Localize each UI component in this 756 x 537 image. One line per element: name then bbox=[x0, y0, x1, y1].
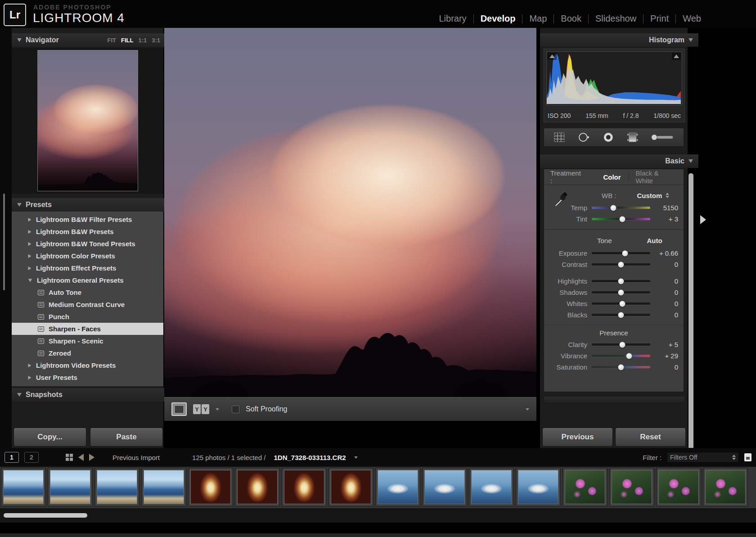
zoom-fit-option[interactable]: FIT bbox=[107, 37, 116, 44]
thumbnail-beach-4[interactable] bbox=[141, 468, 186, 506]
thumbnail-boat-1[interactable] bbox=[375, 468, 420, 506]
module-book[interactable]: Book bbox=[561, 14, 581, 24]
red-eye-icon[interactable] bbox=[602, 131, 615, 143]
preset-medium-contrast-curve[interactable]: Medium Contrast Curve bbox=[12, 298, 163, 311]
module-web[interactable]: Web bbox=[683, 14, 701, 24]
histogram-plot[interactable] bbox=[546, 51, 682, 105]
filename-dropdown-icon[interactable] bbox=[354, 456, 358, 459]
contrast-slider-handle[interactable] bbox=[618, 262, 624, 267]
thumbnail-boat-4[interactable] bbox=[516, 468, 561, 506]
preset-sharpen-faces[interactable]: Sharpen - Faces bbox=[12, 323, 163, 335]
main-photo-canvas[interactable] bbox=[164, 28, 536, 397]
thumbnail-flower-2[interactable] bbox=[609, 468, 654, 506]
exposure-slider[interactable] bbox=[592, 252, 650, 254]
exposure-slider-handle[interactable] bbox=[622, 250, 628, 256]
thumbnail-flower-4[interactable] bbox=[703, 468, 748, 506]
navigator-preview-image[interactable] bbox=[37, 50, 138, 191]
filmstrip-scroll-track[interactable] bbox=[0, 508, 756, 523]
filmstrip-source[interactable]: Previous Import bbox=[112, 454, 160, 461]
preset-group-bw-filter[interactable]: Lightroom B&W Filter Presets bbox=[12, 213, 163, 226]
contrast-slider[interactable] bbox=[592, 263, 650, 266]
vibrance-slider[interactable] bbox=[592, 355, 650, 357]
thumbnail-beach-2[interactable] bbox=[48, 468, 93, 506]
thumbnail-portrait-3[interactable] bbox=[282, 468, 327, 506]
preset-group-user[interactable]: User Presets bbox=[12, 371, 163, 384]
before-after-view-button[interactable]: Y Y bbox=[193, 404, 209, 414]
highlights-slider-handle[interactable] bbox=[618, 278, 624, 284]
loupe-view-button[interactable] bbox=[171, 402, 187, 416]
auto-tone-button[interactable]: Auto bbox=[647, 237, 662, 244]
wb-mode-dropdown[interactable]: Custom bbox=[637, 192, 662, 199]
preset-sharpen-scenic[interactable]: Sharpen - Scenic bbox=[12, 335, 163, 347]
preset-group-video[interactable]: Lightroom Video Presets bbox=[12, 359, 163, 371]
highlights-slider[interactable] bbox=[592, 280, 650, 282]
module-map[interactable]: Map bbox=[529, 14, 547, 24]
module-print[interactable]: Print bbox=[650, 14, 669, 24]
next-photo-arrow-icon[interactable] bbox=[89, 454, 94, 461]
module-library[interactable]: Library bbox=[439, 14, 466, 24]
filter-dropdown[interactable]: Filters Off bbox=[667, 452, 739, 463]
temp-slider-handle[interactable] bbox=[611, 205, 616, 211]
paste-button[interactable]: Paste bbox=[90, 428, 163, 447]
blacks-slider-handle[interactable] bbox=[618, 312, 624, 318]
primary-window-button[interactable]: 1 bbox=[4, 452, 19, 463]
clarity-slider-handle[interactable] bbox=[619, 342, 625, 347]
tint-slider-handle[interactable] bbox=[619, 216, 625, 222]
zoom-fill-option[interactable]: FILL bbox=[121, 37, 133, 44]
blacks-slider[interactable] bbox=[592, 314, 650, 316]
thumbnail-portrait-4[interactable] bbox=[328, 468, 374, 506]
shadows-slider[interactable] bbox=[592, 291, 650, 293]
whites-slider[interactable] bbox=[592, 302, 650, 305]
graduated-filter-icon[interactable] bbox=[626, 131, 639, 143]
preset-zeroed[interactable]: Zeroed bbox=[12, 347, 163, 359]
zoom-3-1-option[interactable]: 3:1 bbox=[152, 37, 160, 44]
temp-slider[interactable] bbox=[592, 207, 650, 209]
thumbnail-flower-1[interactable] bbox=[562, 468, 608, 506]
basic-panel-header[interactable]: Basic bbox=[540, 154, 698, 168]
preset-punch[interactable]: Punch bbox=[12, 311, 163, 323]
copy-button[interactable]: Copy... bbox=[14, 428, 86, 447]
selected-filename[interactable]: 1DN_7328-033113.CR2 bbox=[274, 454, 346, 461]
whites-slider-handle[interactable] bbox=[619, 301, 625, 307]
treatment-color-option[interactable]: Color bbox=[603, 173, 621, 181]
preset-auto-tone[interactable]: Auto Tone bbox=[12, 286, 163, 298]
thumbnail-flower-3[interactable] bbox=[656, 468, 701, 506]
spot-removal-icon[interactable] bbox=[577, 131, 591, 143]
adjustment-brush-icon[interactable] bbox=[651, 131, 675, 143]
wb-stepper-icon[interactable] bbox=[666, 193, 669, 198]
thumbnail-beach-1[interactable] bbox=[1, 468, 46, 506]
presets-panel-header[interactable]: Presets + bbox=[12, 198, 174, 212]
shadows-slider-handle[interactable] bbox=[618, 289, 624, 295]
thumbnail-beach-3[interactable] bbox=[94, 468, 140, 506]
preset-group-bw-toned[interactable]: Lightroom B&W Toned Presets bbox=[12, 238, 163, 250]
view-mode-dropdown-icon[interactable] bbox=[216, 408, 219, 411]
module-slideshow[interactable]: Slideshow bbox=[595, 14, 636, 24]
thumbnail-boat-3[interactable] bbox=[469, 468, 514, 506]
grid-view-icon[interactable] bbox=[66, 454, 73, 461]
histogram-panel-header[interactable]: Histogram bbox=[540, 33, 698, 47]
clarity-slider[interactable] bbox=[592, 343, 650, 346]
left-panel-scrollbar[interactable] bbox=[3, 194, 5, 290]
saturation-slider[interactable] bbox=[592, 366, 650, 368]
tint-slider[interactable] bbox=[592, 218, 650, 220]
snapshots-panel-header[interactable]: Snapshots + bbox=[12, 388, 174, 402]
module-develop[interactable]: Develop bbox=[481, 14, 516, 24]
thumbnail-boat-2[interactable] bbox=[422, 468, 467, 506]
preset-group-color[interactable]: Lightroom Color Presets bbox=[12, 250, 163, 262]
white-balance-eyedropper-icon[interactable] bbox=[551, 190, 571, 210]
toolbar-content-menu-icon[interactable] bbox=[526, 408, 529, 411]
filmstrip-scrollbar-thumb[interactable] bbox=[4, 513, 87, 518]
vibrance-slider-handle[interactable] bbox=[626, 353, 632, 359]
reset-button[interactable]: Reset bbox=[615, 428, 686, 447]
highlight-clipping-indicator[interactable] bbox=[672, 53, 681, 60]
saturation-slider-handle[interactable] bbox=[618, 364, 624, 370]
soft-proofing-checkbox[interactable] bbox=[232, 406, 239, 413]
crop-overlay-icon[interactable] bbox=[553, 131, 566, 143]
shadow-clipping-indicator[interactable] bbox=[548, 53, 557, 60]
preset-group-general[interactable]: Lightroom General Presets bbox=[12, 274, 163, 286]
right-panel-scrollbar[interactable] bbox=[688, 173, 693, 451]
previous-photo-arrow-icon[interactable] bbox=[78, 454, 84, 461]
preset-group-effect[interactable]: Lightroom Effect Presets bbox=[12, 262, 163, 274]
secondary-window-button[interactable]: 2 bbox=[24, 452, 39, 463]
preset-group-bw[interactable]: Lightroom B&W Presets bbox=[12, 226, 163, 238]
